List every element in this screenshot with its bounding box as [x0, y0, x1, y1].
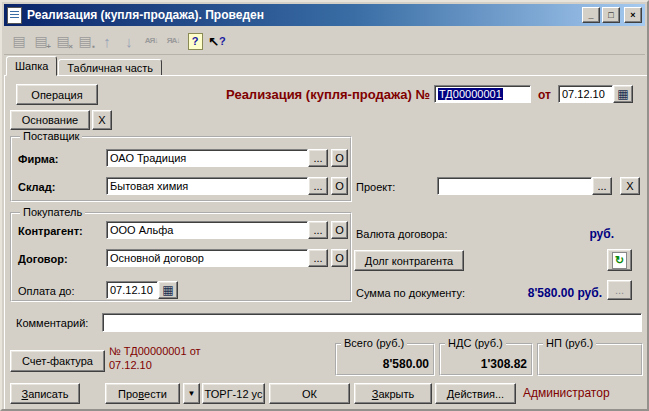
invoice-info-line1: № ТД00000001 от [109, 344, 239, 358]
document-number-field[interactable]: ТД00000001 [434, 85, 531, 103]
contract-select-button[interactable]: ... [308, 249, 328, 267]
save-button[interactable]: Записать [10, 383, 80, 404]
close-form-button[interactable]: Закрыть [354, 383, 432, 404]
sum-detail-button: ... [607, 280, 632, 300]
actions-button[interactable]: Действия... [435, 383, 516, 404]
project-field[interactable] [437, 177, 592, 195]
debt-button[interactable]: Долг контрагента [354, 250, 464, 271]
buyer-group-label: Покупатель [20, 206, 85, 219]
ok-button[interactable]: ОК [269, 383, 350, 404]
vat-group: НДС (руб.) 1'308.82 [439, 343, 533, 376]
supplier-group-label: Поставщик [20, 130, 82, 143]
tab-header[interactable]: Шапка [6, 56, 57, 76]
help-icon[interactable]: ? [184, 30, 206, 52]
payment-due-field[interactable]: 07.12.10 [106, 281, 158, 299]
contract-field[interactable]: Основной договор [106, 249, 308, 267]
vat-group-label: НДС (руб.) [445, 337, 506, 350]
invoice-info: № ТД00000001 от 07.12.10 [109, 344, 239, 372]
refresh-icon: ↻ [612, 252, 627, 269]
basis-clear-button[interactable]: X [92, 110, 112, 130]
tab-strip: Шапка Табличная часть [6, 58, 163, 76]
warehouse-label: Склад: [18, 181, 55, 193]
operation-button[interactable]: Операция [16, 84, 98, 105]
contractor-select-button[interactable]: ... [308, 221, 328, 239]
ot-label: от [538, 88, 551, 102]
sort-ascending-icon[interactable]: АЯ↓ [140, 30, 162, 52]
total-group: Всего (руб.) 8'580.00 [335, 343, 435, 376]
calendar-icon: ▦ [162, 284, 173, 296]
tab-table-part[interactable]: Табличная часть [58, 59, 162, 76]
toolbar: ▤ ▤+ ▤× ▤▪ ↑ ↓ АЯ↓ ЯА↓ ? ↖? [4, 28, 645, 55]
comment-field[interactable] [102, 313, 642, 332]
np-group: НП (руб.) [537, 343, 643, 376]
move-down-icon[interactable]: ↓ [118, 30, 140, 52]
new-row-icon[interactable]: ▤+ [30, 30, 52, 52]
window-title: Реализация (купля-продажа). Проведен [27, 8, 582, 22]
comment-label: Комментарий: [16, 317, 88, 329]
refresh-sum-button[interactable]: ↻ [607, 249, 632, 271]
contractor-open-button[interactable]: О [331, 221, 348, 239]
vat-value: 1'308.82 [443, 357, 527, 371]
maximize-button[interactable]: □ [602, 7, 620, 23]
contractor-field[interactable]: ООО Альфа [106, 221, 308, 239]
document-sum-label: Сумма по документу: [356, 287, 465, 299]
invoice-button[interactable]: Счет-фактура [10, 350, 105, 372]
contract-open-button[interactable]: О [331, 249, 348, 267]
delete-row-icon[interactable]: ▤× [52, 30, 74, 52]
payment-due-calendar-button[interactable]: ▦ [158, 281, 178, 299]
total-group-label: Всего (руб.) [341, 337, 407, 350]
contract-label: Договор: [18, 253, 68, 265]
document-date-field[interactable]: 07.12.10 [558, 85, 613, 103]
current-user-label: Администратор [523, 386, 610, 400]
document-icon [7, 7, 22, 24]
firm-label: Фирма: [18, 153, 59, 165]
warehouse-select-button[interactable]: ... [308, 177, 328, 195]
firm-open-button[interactable]: О [331, 149, 348, 167]
edit-row-icon[interactable]: ▤ [8, 30, 30, 52]
project-select-button[interactable]: ... [592, 177, 612, 195]
basis-button[interactable]: Основание [10, 110, 90, 130]
torg12-button[interactable]: ТОРГ-12 ус [202, 383, 265, 404]
calendar-icon: ▦ [617, 88, 628, 100]
context-help-icon[interactable]: ↖? [206, 30, 228, 52]
project-label: Проект: [356, 181, 395, 193]
payment-due-label: Оплата до: [18, 285, 75, 297]
document-date-calendar-button[interactable]: ▦ [613, 85, 633, 103]
move-up-icon[interactable]: ↑ [96, 30, 118, 52]
document-sum-value: 8'580.00 руб. [462, 286, 602, 300]
document-title: Реализация (купля-продажа) № [187, 87, 430, 102]
currency-label: Валюта договора: [356, 228, 448, 240]
document-number-value: ТД00000001 [438, 88, 503, 100]
total-value: 8'580.00 [339, 357, 429, 371]
warehouse-field[interactable]: Бытовая химия [106, 177, 308, 195]
np-group-label: НП (руб.) [543, 337, 596, 350]
minimize-button[interactable]: _ [582, 7, 600, 23]
close-button[interactable]: × [624, 7, 642, 23]
titlebar: Реализация (купля-продажа). Проведен _ □… [4, 4, 645, 26]
firm-select-button[interactable]: ... [308, 149, 328, 167]
contractor-label: Контрагент: [18, 225, 83, 237]
copy-row-icon[interactable]: ▤▪ [74, 30, 96, 52]
document-window: Реализация (купля-продажа). Проведен _ □… [0, 0, 649, 411]
post-button[interactable]: Провести [105, 383, 180, 404]
invoice-info-line2: 07.12.10 [109, 358, 239, 372]
currency-value: руб. [522, 227, 614, 241]
post-dropdown-button[interactable]: ▼ [183, 383, 200, 404]
firm-field[interactable]: ОАО Традиция [106, 149, 308, 167]
sort-descending-icon[interactable]: ЯА↓ [162, 30, 184, 52]
warehouse-open-button[interactable]: О [331, 177, 348, 195]
project-clear-button[interactable]: X [620, 177, 640, 195]
